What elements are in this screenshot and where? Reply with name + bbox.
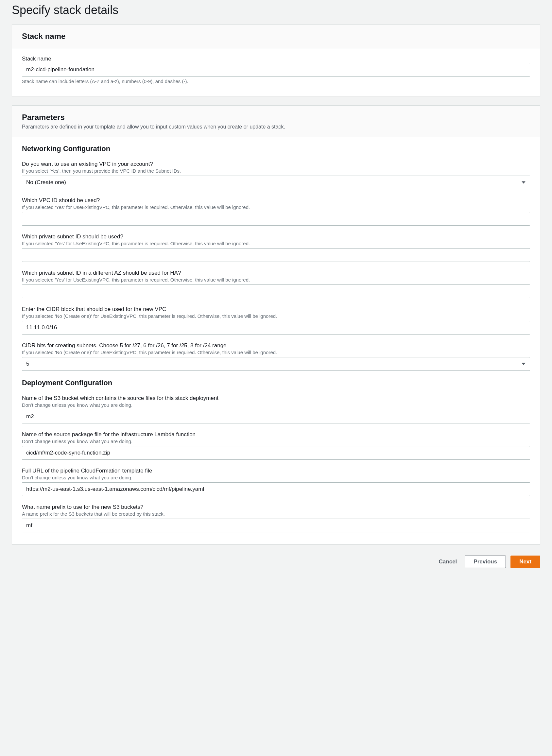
stack-name-input[interactable] xyxy=(22,63,530,77)
vpc-id-label: Which VPC ID should be used? xyxy=(22,197,530,204)
cancel-button[interactable]: Cancel xyxy=(436,556,460,568)
stack-name-panel: Stack name Stack name Stack name can inc… xyxy=(12,24,540,96)
parameters-subheading: Parameters are defined in your template … xyxy=(22,124,530,130)
page-title: Specify stack details xyxy=(12,3,540,17)
cidr-block-input[interactable] xyxy=(22,321,530,334)
cidr-block-hint: If you selected 'No (Create one)' for Us… xyxy=(22,313,530,319)
s3-prefix-hint: A name prefix for the S3 buckets that wi… xyxy=(22,511,530,517)
template-url-label: Full URL of the pipeline CloudFormation … xyxy=(22,468,530,474)
cidr-bits-select[interactable]: 5 xyxy=(22,357,530,371)
parameters-header: Parameters Parameters are defined in you… xyxy=(12,106,540,137)
subnet2-input[interactable] xyxy=(22,285,530,298)
deployment-heading: Deployment Configuration xyxy=(22,379,530,387)
previous-button[interactable]: Previous xyxy=(465,556,506,568)
next-button[interactable]: Next xyxy=(511,556,540,568)
stack-name-hint: Stack name can include letters (A-Z and … xyxy=(22,79,530,84)
stack-name-heading: Stack name xyxy=(22,32,530,41)
parameters-heading: Parameters xyxy=(22,113,530,122)
cidr-block-label: Enter the CIDR block that should be used… xyxy=(22,306,530,313)
use-existing-vpc-select[interactable]: No (Create one) xyxy=(22,176,530,189)
s3-prefix-input[interactable] xyxy=(22,518,530,532)
networking-heading: Networking Configuration xyxy=(22,145,530,153)
stack-name-header: Stack name xyxy=(12,24,540,48)
lambda-pkg-hint: Don't change unless you know what you ar… xyxy=(22,439,530,444)
s3-bucket-hint: Don't change unless you know what you ar… xyxy=(22,402,530,408)
template-url-hint: Don't change unless you know what you ar… xyxy=(22,475,530,480)
subnet2-hint: If you selected 'Yes' for UseExistingVPC… xyxy=(22,277,530,283)
template-url-input[interactable] xyxy=(22,482,530,496)
lambda-pkg-input[interactable] xyxy=(22,446,530,460)
stack-name-label: Stack name xyxy=(22,55,530,62)
use-existing-vpc-label: Do you want to use an existing VPC in yo… xyxy=(22,161,530,167)
vpc-id-hint: If you selected 'Yes' for UseExistingVPC… xyxy=(22,204,530,210)
subnet1-label: Which private subnet ID should be used? xyxy=(22,234,530,240)
vpc-id-input[interactable] xyxy=(22,212,530,225)
use-existing-vpc-hint: If you select 'Yes', then you must provi… xyxy=(22,168,530,174)
s3-bucket-input[interactable] xyxy=(22,410,530,424)
subnet1-input[interactable] xyxy=(22,248,530,262)
wizard-footer: Cancel Previous Next xyxy=(12,554,540,568)
subnet1-hint: If you selected 'Yes' for UseExistingVPC… xyxy=(22,241,530,246)
cidr-bits-label: CIDR bits for creating subnets. Choose 5… xyxy=(22,342,530,349)
s3-bucket-label: Name of the S3 bucket which contains the… xyxy=(22,395,530,402)
s3-prefix-label: What name prefix to use for the new S3 b… xyxy=(22,504,530,510)
subnet2-label: Which private subnet ID in a different A… xyxy=(22,270,530,276)
cidr-bits-hint: If you selected 'No (Create one)' for Us… xyxy=(22,349,530,355)
parameters-panel: Parameters Parameters are defined in you… xyxy=(12,105,540,545)
lambda-pkg-label: Name of the source package file for the … xyxy=(22,431,530,438)
